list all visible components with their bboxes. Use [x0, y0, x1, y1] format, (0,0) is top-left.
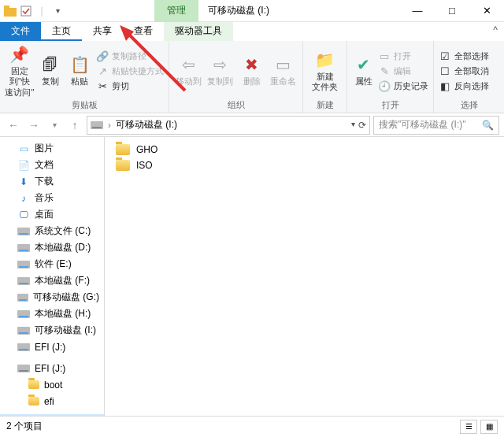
checkbox-icon[interactable]: [19, 2, 33, 20]
up-button[interactable]: ↑: [66, 116, 83, 135]
rename-button[interactable]: ▭重命名: [269, 44, 298, 98]
select-none-button[interactable]: ☐全部取消: [439, 65, 489, 77]
tree-item-label: 桌面: [35, 208, 54, 221]
tree-item[interactable]: 可移动磁盘 (G:): [0, 289, 104, 306]
tree-item[interactable]: ▭图片: [0, 140, 104, 157]
content-pane[interactable]: GHOISO: [105, 137, 504, 416]
forward-button[interactable]: →: [25, 116, 43, 135]
drive-icon: [17, 343, 30, 351]
contextual-tab-label: 管理: [154, 0, 198, 22]
link-icon: 🔗: [96, 50, 109, 62]
folder-icon: [116, 160, 130, 171]
pin-icon: 📌: [9, 44, 30, 65]
tab-file[interactable]: 文件: [0, 22, 41, 41]
recent-locations-button[interactable]: ▾: [46, 116, 63, 135]
tree-item-label: 可移动磁盘 (I:): [35, 324, 96, 337]
tab-home[interactable]: 主页: [41, 22, 82, 41]
folder-label: GHO: [136, 144, 158, 155]
search-box[interactable]: 搜索"可移动磁盘 (I:)" 🔍: [373, 116, 499, 135]
maximize-button[interactable]: □: [435, 0, 469, 22]
select-none-icon: ☐: [439, 65, 451, 77]
breadcrumb-sep: ›: [108, 120, 111, 131]
properties-button[interactable]: ✔属性: [352, 44, 375, 98]
new-folder-button[interactable]: 📁新建 文件夹: [308, 44, 342, 98]
tree-item[interactable]: 🖵桌面: [0, 206, 104, 223]
tree-item[interactable]: boot: [0, 376, 104, 393]
minimize-button[interactable]: —: [400, 0, 435, 22]
navigation-pane[interactable]: ▭图片📄文档⬇下载♪音乐🖵桌面系统文件 (C:)本地磁盘 (D:)软件 (E:)…: [0, 137, 105, 416]
tree-item-label: 文档: [35, 158, 54, 172]
drive-icon: [17, 228, 30, 235]
tree-item[interactable]: 本地磁盘 (D:): [0, 239, 104, 256]
details-view-button[interactable]: ☰: [460, 420, 477, 434]
edit-icon: ✎: [378, 65, 391, 77]
new-folder-icon: 📁: [315, 50, 335, 70]
group-select: ☑全部选择 ☐全部取消 ◧反向选择 选择: [434, 41, 504, 113]
group-label: 组织: [174, 98, 298, 111]
copy-button[interactable]: 🗐 复制: [38, 44, 64, 98]
icons-view-button[interactable]: ▦: [480, 420, 498, 434]
tab-share[interactable]: 共享: [82, 22, 123, 41]
history-button[interactable]: 🕘历史记录: [378, 80, 428, 92]
window-title: 可移动磁盘 (I:): [198, 4, 279, 17]
tree-item[interactable]: ⬇下载: [0, 173, 104, 190]
folder-icon[interactable]: [3, 2, 17, 20]
group-organize: ⇦移动到 ⇨复制到 ✖删除 ▭重命名 组织: [169, 41, 303, 113]
desktop-icon: 🖵: [17, 209, 30, 221]
main-split: ▭图片📄文档⬇下载♪音乐🖵桌面系统文件 (C:)本地磁盘 (D:)软件 (E:)…: [0, 137, 504, 416]
move-icon: ⇦: [178, 54, 198, 75]
search-placeholder: 搜索"可移动磁盘 (I:)": [379, 118, 466, 131]
paste-button[interactable]: 📋 粘贴: [67, 44, 93, 98]
address-bar-row: ← → ▾ ↑ › 可移动磁盘 (I:) ▾ ⟳ 搜索"可移动磁盘 (I:)" …: [0, 113, 504, 137]
ribbon-collapse-icon[interactable]: ^: [487, 22, 504, 41]
svg-rect-0: [4, 8, 17, 17]
copy-to-button[interactable]: ⇨复制到: [206, 44, 234, 98]
copy-path-button[interactable]: 🔗复制路径: [96, 50, 164, 62]
invert-selection-button[interactable]: ◧反向选择: [439, 80, 489, 92]
tree-item[interactable]: 📄文档: [0, 157, 104, 173]
folder-icon: [28, 380, 39, 389]
select-all-icon: ☑: [439, 50, 451, 62]
open-button[interactable]: ▭打开: [378, 50, 428, 62]
tree-item[interactable]: 可移动磁盘 (I:): [0, 322, 104, 339]
pin-button[interactable]: 📌 固定到"快 速访问": [5, 44, 35, 98]
tree-item[interactable]: 本地磁盘 (F:): [0, 272, 104, 289]
tree-item[interactable]: 本地磁盘 (H:): [0, 306, 104, 322]
address-dropdown-icon[interactable]: ▾: [351, 120, 355, 131]
cut-button[interactable]: ✂剪切: [96, 80, 164, 92]
tree-item[interactable]: ♪音乐: [0, 190, 104, 206]
ribbon-tabs: 文件 主页 共享 查看 驱动器工具 ^: [0, 22, 504, 41]
close-button[interactable]: ✕: [469, 0, 504, 22]
paste-shortcut-button[interactable]: ↗粘贴快捷方式: [96, 65, 164, 77]
properties-icon: ✔: [354, 54, 374, 75]
window-controls: — □ ✕: [400, 0, 504, 22]
folder-item[interactable]: ISO: [113, 157, 496, 173]
refresh-icon[interactable]: ⟳: [358, 120, 366, 131]
scissors-icon: ✂: [96, 80, 109, 92]
svg-rect-2: [21, 6, 31, 16]
folder-item[interactable]: GHO: [113, 142, 496, 157]
tab-drive-tools[interactable]: 驱动器工具: [164, 22, 233, 41]
edit-button[interactable]: ✎编辑: [378, 65, 428, 77]
divider: |: [35, 2, 49, 20]
move-to-button[interactable]: ⇦移动到: [174, 44, 202, 98]
shortcut-icon: ↗: [96, 65, 109, 77]
invert-icon: ◧: [439, 80, 451, 92]
qat-dropdown-icon[interactable]: ▾: [50, 2, 65, 20]
tab-view[interactable]: 查看: [123, 22, 164, 41]
back-button[interactable]: ←: [5, 116, 22, 135]
tree-item[interactable]: efi: [0, 393, 104, 409]
address-bar[interactable]: › 可移动磁盘 (I:) ▾ ⟳: [87, 116, 370, 135]
tree-item[interactable]: 可移动磁盘 (I:): [0, 414, 104, 416]
tree-item[interactable]: 系统文件 (C:): [0, 223, 104, 239]
drive-icon: [17, 244, 30, 252]
copy-icon: 🗐: [40, 54, 61, 75]
breadcrumb-item[interactable]: 可移动磁盘 (I:): [116, 118, 177, 131]
status-bar: 2 个项目 ☰ ▦: [0, 416, 504, 436]
delete-button[interactable]: ✖删除: [238, 44, 266, 98]
tree-item[interactable]: 软件 (E:): [0, 256, 104, 272]
tree-item[interactable]: EFI (J:): [0, 339, 104, 355]
group-clipboard: 📌 固定到"快 速访问" 🗐 复制 📋 粘贴 🔗复制路径 ↗粘贴快捷方式 ✂剪切…: [0, 41, 169, 113]
select-all-button[interactable]: ☑全部选择: [439, 50, 489, 62]
tree-item[interactable]: EFI (J:): [0, 360, 104, 376]
